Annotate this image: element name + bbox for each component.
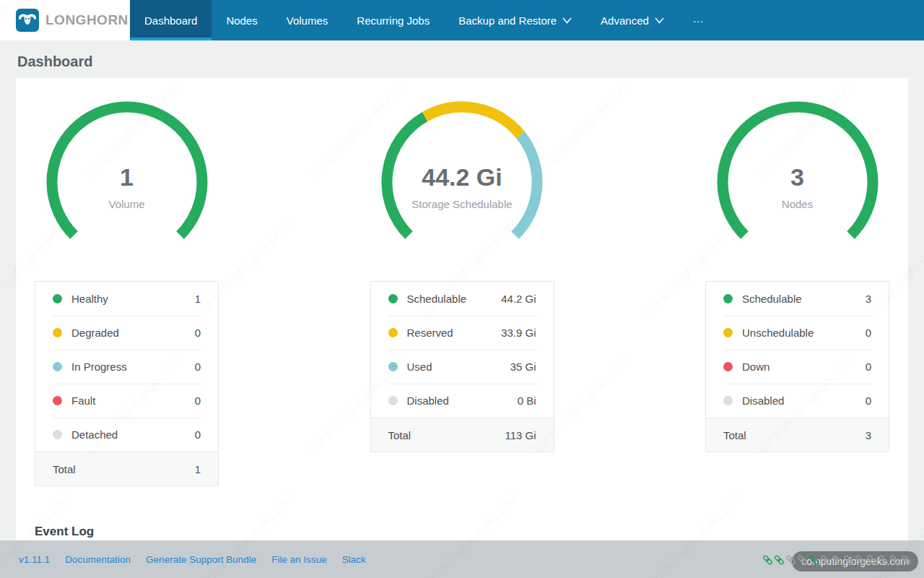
footer-link-support-bundle[interactable]: Generate Support Bundle [146, 554, 256, 565]
gray-status-dot [53, 430, 62, 439]
legend-row-label: Schedulable [742, 293, 802, 305]
gauge-value: 3 [712, 163, 883, 191]
chain-link-icon [785, 553, 796, 567]
longhorn-dashboard-screen: LONGHORN Dashboard Nodes Volumes Recurri… [0, 0, 924, 578]
green-status-dot [723, 294, 733, 303]
chevron-down-icon [562, 17, 572, 24]
legend-row: Detached0 [35, 418, 218, 452]
legend-row-label: Disabled [742, 394, 784, 407]
total-label: Total [53, 463, 76, 475]
total-value: 1 [195, 463, 201, 475]
chain-link-icon [797, 553, 808, 567]
legend-row: Used35 Gi [371, 350, 554, 384]
total-label: Total [388, 429, 411, 441]
legend-row-label: Disabled [407, 394, 449, 407]
gauge-volume: 1 Volume [35, 97, 219, 251]
gray-status-dot [723, 396, 733, 405]
footer-link-icons [762, 553, 912, 567]
yellow-status-dot [388, 328, 398, 337]
nav-item-volumes[interactable]: Volumes [272, 0, 343, 40]
footer-link-file-issue[interactable]: File an Issue [271, 554, 327, 565]
nav-item-dashboard[interactable]: Dashboard [130, 0, 212, 40]
legend-row: Fault0 [35, 384, 218, 418]
chain-link-icon [820, 553, 831, 567]
gauge-value: 44.2 Gi [377, 163, 547, 191]
chain-link-icon [866, 553, 877, 567]
total-label: Total [723, 429, 746, 441]
nav-item-nodes[interactable]: Nodes [212, 0, 271, 40]
event-log-heading: Event Log [35, 525, 94, 539]
legend-row-value: 3 [866, 293, 871, 305]
footer-link-slack[interactable]: Slack [342, 554, 366, 565]
nav-item-advanced[interactable]: Advanced [586, 0, 679, 40]
legend-row: In Progress0 [35, 350, 218, 384]
legend-row-value: 0 [866, 394, 871, 407]
legend-row-label: Used [407, 361, 432, 373]
green-status-dot [53, 294, 62, 303]
chain-link-icon [808, 553, 819, 567]
legend-row-label: Schedulable [407, 293, 467, 305]
dashboard-card: 1 Volume 44.2 Gi Storage Schedulable 3 N… [16, 78, 908, 540]
gauge-segment-reserved [425, 107, 521, 135]
total-value: 113 Gi [505, 429, 536, 441]
chevron-down-icon [655, 17, 664, 24]
red-status-dot [723, 362, 733, 371]
nav-label: Dashboard [144, 14, 197, 27]
nav-label: Nodes [226, 14, 257, 27]
green-status-dot [388, 294, 398, 303]
legend-table-volume: Healthy1Degraded0In Progress0Fault0Detac… [35, 281, 219, 486]
gauge-label: Volume [42, 198, 212, 210]
nav-label: Advanced [601, 14, 649, 27]
blue-status-dot [53, 362, 62, 371]
main-nav: Dashboard Nodes Volumes Recurring Jobs B… [130, 0, 718, 40]
brand-logo[interactable]: LONGHORN [0, 0, 130, 40]
legend-total-row: Total3 [706, 418, 889, 452]
legend-row-label: Healthy [71, 293, 108, 305]
legend-row: Schedulable3 [706, 282, 889, 316]
red-status-dot [53, 396, 62, 405]
legend-table-nodes: Schedulable3Unschedulable0Down0Disabled0… [705, 281, 889, 452]
chain-link-icon [774, 553, 785, 567]
legend-row: Reserved33.9 Gi [371, 316, 554, 350]
legend-row: Unschedulable0 [706, 316, 889, 350]
legend-row: Down0 [706, 350, 889, 384]
gauge-storage: 44.2 Gi Storage Schedulable [370, 97, 554, 251]
nav-item-recurring-jobs[interactable]: Recurring Jobs [342, 0, 444, 40]
legend-row: Schedulable44.2 Gi [371, 282, 554, 316]
nav-item-more[interactable]: ··· [679, 0, 718, 40]
legend-total-row: Total1 [35, 452, 218, 486]
legend-row-value: 33.9 Gi [501, 327, 536, 339]
legend-tables-row: Healthy1Degraded0In Progress0Fault0Detac… [35, 281, 889, 486]
legend-row-value: 0 [866, 361, 871, 373]
legend-row-value: 0 [195, 361, 201, 373]
chain-link-icon [855, 553, 866, 567]
nav-label: Recurring Jobs [357, 14, 430, 27]
chain-link-icon [762, 553, 773, 567]
gauge-label: Storage Schedulable [377, 198, 547, 210]
legend-row-value: 0 Bi [518, 394, 536, 407]
gray-status-dot [388, 396, 398, 405]
footer-link-documentation[interactable]: Documentation [65, 554, 131, 565]
nav-label: Backup and Restore [458, 14, 557, 27]
legend-row: Disabled0 Bi [371, 384, 554, 418]
legend-row-label: Detached [71, 428, 118, 441]
gauges-row: 1 Volume 44.2 Gi Storage Schedulable 3 N… [35, 97, 889, 251]
legend-row-label: Reserved [407, 327, 453, 339]
yellow-status-dot [53, 328, 62, 337]
gauge-nodes: 3 Nodes [705, 97, 889, 251]
legend-row-label: Degraded [71, 327, 119, 339]
legend-table-storage: Schedulable44.2 GiReserved33.9 GiUsed35 … [370, 281, 554, 452]
brand-name: LONGHORN [45, 12, 128, 28]
nav-item-backup-and-restore[interactable]: Backup and Restore [444, 0, 586, 40]
ellipsis-icon: ··· [693, 14, 704, 27]
top-navbar: LONGHORN Dashboard Nodes Volumes Recurri… [0, 0, 924, 40]
legend-row-value: 0 [866, 327, 871, 339]
legend-row-label: In Progress [71, 361, 127, 373]
footer-link-version[interactable]: v1.11.1 [19, 554, 50, 565]
legend-row: Disabled0 [706, 384, 889, 418]
yellow-status-dot [723, 328, 733, 337]
total-value: 3 [866, 429, 871, 441]
legend-row-value: 1 [195, 293, 201, 305]
legend-row-label: Down [742, 361, 770, 373]
chain-link-icon [832, 553, 842, 567]
